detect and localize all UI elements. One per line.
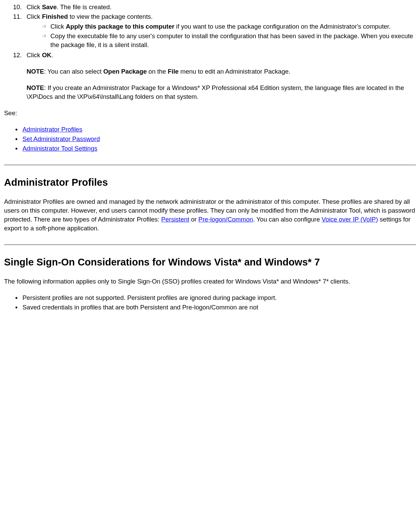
list-item: ● Saved credentials in profiles that are…	[4, 303, 416, 312]
substep-item: ❍ Click Apply this package to this compu…	[27, 22, 416, 31]
step-content: Click Finished to view the package conte…	[27, 12, 416, 50]
ordered-steps-list: 10. Click Save. The file is created. 11.…	[4, 3, 416, 101]
link-voip[interactable]: Voice over IP (VoIP)	[322, 216, 378, 223]
list-item: ● Administrator Profiles	[4, 125, 416, 134]
link-persistent[interactable]: Persistent	[161, 216, 189, 223]
sso-bullets-list: ● Persistent profiles are not supported.…	[4, 293, 416, 312]
heading-admin-profiles: Administrator Profiles	[4, 176, 416, 189]
step-12: 12. Click OK. NOTE: You can also select …	[4, 51, 416, 101]
substep-list: ❍ Click Apply this package to this compu…	[27, 22, 416, 49]
see-links-list: ● Administrator Profiles ● Set Administr…	[4, 125, 416, 153]
substep-item: ❍ Copy the executable file to any user's…	[27, 32, 416, 49]
circle-bullet-icon: ❍	[27, 32, 50, 49]
disc-bullet-icon: ●	[4, 144, 22, 153]
note-paragraph: NOTE: You can also select Open Package o…	[27, 67, 416, 76]
section-divider	[4, 244, 416, 245]
step-content: Click OK. NOTE: You can also select Open…	[27, 51, 416, 101]
heading-sso-considerations: Single Sign-On Considerations for Window…	[4, 255, 416, 269]
step-10: 10. Click Save. The file is created.	[4, 3, 416, 12]
step-number: 10.	[4, 3, 27, 12]
paragraph: Administrator Profiles are owned and man…	[4, 197, 416, 233]
list-item: ● Set Administrator Password	[4, 135, 416, 143]
list-item: ● Persistent profiles are not supported.…	[4, 293, 416, 302]
disc-bullet-icon: ●	[4, 303, 22, 312]
link-admin-tool-settings[interactable]: Administrator Tool Settings	[22, 145, 97, 152]
link-set-admin-password[interactable]: Set Administrator Password	[22, 135, 100, 142]
see-label: See:	[4, 109, 416, 118]
circle-bullet-icon: ❍	[27, 22, 50, 31]
link-prelogon-common[interactable]: Pre-logon/Common	[198, 216, 253, 223]
step-number: 11.	[4, 12, 27, 50]
step-11: 11. Click Finished to view the package c…	[4, 12, 416, 50]
step-content: Click Save. The file is created.	[27, 3, 416, 12]
list-item: ● Administrator Tool Settings	[4, 144, 416, 153]
disc-bullet-icon: ●	[4, 293, 22, 302]
section-divider	[4, 165, 416, 165]
note-paragraph: NOTE: If you create an Administrator Pac…	[27, 83, 416, 101]
paragraph: The following information applies only t…	[4, 277, 416, 286]
disc-bullet-icon: ●	[4, 125, 22, 134]
step-number: 12.	[4, 51, 27, 101]
disc-bullet-icon: ●	[4, 135, 22, 143]
link-admin-profiles[interactable]: Administrator Profiles	[22, 126, 82, 133]
